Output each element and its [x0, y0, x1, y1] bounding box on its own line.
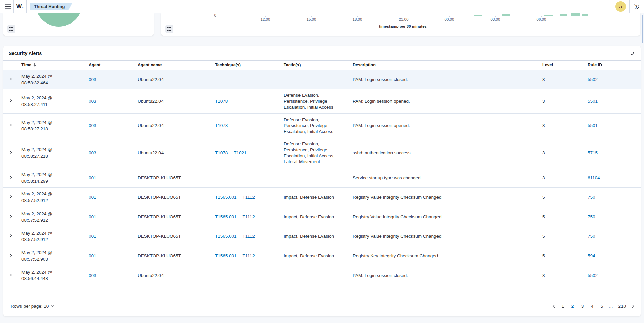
- agent-link[interactable]: 003: [89, 150, 96, 155]
- column-header-level[interactable]: Level: [540, 61, 585, 70]
- chevron-right-icon[interactable]: [9, 175, 13, 179]
- rule-id-link[interactable]: 750: [588, 234, 595, 239]
- previous-page-button[interactable]: [551, 304, 557, 309]
- table-pagination: Rows per page: 10 1 2 3 4 5 … 210: [3, 296, 641, 316]
- list-icon[interactable]: [7, 25, 15, 33]
- table-row: May 2, 2024 @ 08:58:27.218 003 Ubuntu22.…: [3, 113, 641, 138]
- chevron-right-icon[interactable]: [9, 214, 13, 218]
- agent-link[interactable]: 001: [89, 214, 96, 219]
- agent-name: DESKTOP-KLUO65T: [138, 175, 181, 180]
- axis-tick: [495, 16, 496, 17]
- agent-name: Ubuntu22.04: [138, 77, 164, 82]
- divider: [26, 0, 27, 13]
- rule-id-link[interactable]: 5502: [588, 273, 598, 278]
- table-row: May 2, 2024 @ 08:57:52.912 001 DESKTOP-K…: [3, 188, 641, 207]
- agent-link[interactable]: 003: [89, 273, 96, 278]
- rule-id-link[interactable]: 750: [588, 195, 595, 200]
- page-button-3[interactable]: 3: [579, 302, 586, 310]
- chevron-right-icon[interactable]: [9, 273, 13, 277]
- agent-link[interactable]: 001: [89, 253, 96, 258]
- table-row: May 2, 2024 @ 08:58:27.218 003 Ubuntu22.…: [3, 138, 641, 168]
- chevron-right-icon[interactable]: [9, 150, 13, 154]
- column-header-agent[interactable]: Agent: [86, 61, 135, 70]
- agent-link[interactable]: 003: [89, 123, 96, 128]
- alert-description: PAM: Login session opened.: [353, 123, 410, 128]
- rule-id-link[interactable]: 5715: [588, 150, 598, 155]
- chevron-right-icon[interactable]: [9, 123, 13, 127]
- page-button-210[interactable]: 210: [616, 302, 628, 310]
- chevron-right-icon[interactable]: [9, 77, 13, 81]
- technique-links: [212, 70, 281, 89]
- alert-level: 3: [542, 99, 545, 104]
- technique-link[interactable]: T1078: [215, 150, 228, 155]
- page-button-2-active[interactable]: 2: [569, 302, 576, 310]
- axis-tick-label: 21:00: [394, 17, 414, 21]
- alert-description: Registry Value Integrity Checksum Change…: [353, 214, 442, 219]
- technique-link[interactable]: T1112: [243, 214, 255, 219]
- technique-link[interactable]: T1565.001: [215, 253, 237, 258]
- technique-link[interactable]: T1565.001: [215, 234, 237, 239]
- rule-id-link[interactable]: 61104: [588, 175, 600, 180]
- chevron-right-icon[interactable]: [9, 234, 13, 238]
- chevron-right-icon[interactable]: [9, 99, 13, 103]
- next-page-button[interactable]: [630, 304, 636, 309]
- axis-tick: [449, 16, 450, 17]
- page-button-5[interactable]: 5: [598, 302, 605, 310]
- axis-tick: [265, 16, 266, 17]
- agent-name: DESKTOP-KLUO65T: [138, 253, 181, 258]
- axis-tick-label: 18:00: [347, 17, 367, 21]
- alert-description: Service startup type was changed: [353, 175, 421, 180]
- chevron-right-icon[interactable]: [9, 253, 13, 257]
- page-button-4[interactable]: 4: [588, 302, 596, 310]
- column-header-agent-name[interactable]: Agent name: [135, 61, 212, 70]
- column-header-time[interactable]: Time: [19, 61, 86, 70]
- agent-link[interactable]: 003: [89, 99, 96, 104]
- technique-link[interactable]: T1112: [243, 253, 255, 258]
- tactics: Defense Evasion, Persistence, Privilege …: [284, 92, 343, 110]
- expand-icon[interactable]: [630, 51, 636, 57]
- table-row: May 2, 2024 @ 08:57:52.912 001 DESKTOP-K…: [3, 207, 641, 227]
- list-icon[interactable]: [165, 25, 173, 33]
- rows-per-page-button[interactable]: Rows per page: 10: [9, 303, 56, 309]
- wazuh-logo[interactable]: W.: [14, 0, 26, 13]
- rule-id-link[interactable]: 5501: [588, 99, 598, 104]
- page-button-1[interactable]: 1: [559, 302, 566, 310]
- histogram-bar: [571, 13, 580, 16]
- agent-link[interactable]: 001: [89, 195, 96, 200]
- scrollbar-thumb[interactable]: [642, 15, 643, 43]
- chevron-down-icon: [51, 305, 54, 307]
- axis-tick-label: 06:00: [531, 17, 551, 21]
- rule-id-link[interactable]: 594: [588, 253, 595, 258]
- donut-chart-slice: [35, 13, 82, 27]
- agent-link[interactable]: 001: [89, 175, 96, 180]
- hamburger-menu-icon[interactable]: [3, 0, 13, 13]
- column-header-rule-id[interactable]: Rule ID: [585, 61, 641, 70]
- technique-link[interactable]: T1021: [234, 150, 246, 155]
- help-icon[interactable]: ?: [634, 4, 639, 9]
- technique-link[interactable]: T1565.001: [215, 195, 237, 200]
- axis-tick: [357, 16, 358, 17]
- tactics: Impact, Defense Evasion: [284, 214, 343, 220]
- technique-link[interactable]: T1565.001: [215, 214, 237, 219]
- agent-name: DESKTOP-KLUO65T: [138, 195, 181, 200]
- alert-time: May 2, 2024 @ 08:57:52.912: [21, 211, 63, 224]
- column-header-description[interactable]: Description: [350, 61, 540, 70]
- x-axis-line: [218, 16, 588, 16]
- table-row: May 2, 2024 @ 08:58:32.464 003 Ubuntu22.…: [3, 70, 641, 89]
- column-header-tactics[interactable]: Tactic(s): [281, 61, 350, 70]
- technique-link[interactable]: T1112: [243, 195, 255, 200]
- technique-link[interactable]: T1112: [243, 234, 255, 239]
- technique-link[interactable]: T1078: [215, 123, 228, 128]
- alert-time: May 2, 2024 @ 08:58:27.218: [21, 119, 63, 132]
- agent-name: DESKTOP-KLUO65T: [138, 234, 181, 239]
- avatar[interactable]: a: [615, 1, 626, 12]
- column-header-techniques[interactable]: Technique(s): [212, 61, 281, 70]
- rule-id-link[interactable]: 5502: [588, 77, 598, 82]
- agent-link[interactable]: 001: [89, 234, 96, 239]
- breadcrumb[interactable]: Threat Hunting: [30, 3, 72, 10]
- technique-link[interactable]: T1078: [215, 99, 228, 104]
- rule-id-link[interactable]: 750: [588, 214, 595, 219]
- agent-link[interactable]: 003: [89, 77, 96, 82]
- rule-id-link[interactable]: 5501: [588, 123, 598, 128]
- chevron-right-icon[interactable]: [9, 195, 13, 199]
